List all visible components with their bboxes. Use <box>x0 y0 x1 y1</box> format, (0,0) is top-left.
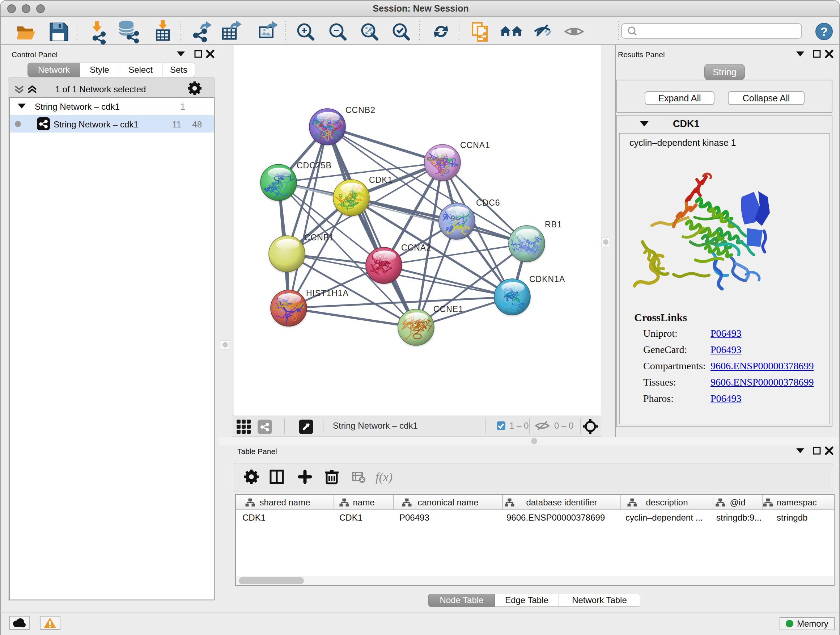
svg-text:namespac: namespac <box>777 497 817 507</box>
svg-text:CCNB1: CCNB1 <box>304 233 334 242</box>
svg-text:CDK1: CDK1 <box>369 175 393 185</box>
svg-text:CCNA1: CCNA1 <box>460 141 490 150</box>
svg-text:description: description <box>646 497 688 507</box>
svg-text:String Network – cdk1: String Network – cdk1 <box>333 421 418 431</box>
svg-text:0 – 0: 0 – 0 <box>554 421 573 431</box>
svg-text:name: name <box>353 497 374 507</box>
svg-text:CCNB2: CCNB2 <box>346 105 376 115</box>
svg-text:shared name: shared name <box>259 497 310 507</box>
svg-text:canonical name: canonical name <box>417 497 478 507</box>
svg-text:@id: @id <box>729 497 745 507</box>
svg-text:f(x): f(x) <box>376 470 393 484</box>
svg-text:1 – 0: 1 – 0 <box>509 421 529 431</box>
svg-text:?: ? <box>821 25 828 38</box>
svg-text:database identifier: database identifier <box>526 497 597 507</box>
svg-text:CCNE1: CCNE1 <box>433 304 463 314</box>
svg-text:CDC25B: CDC25B <box>297 161 332 170</box>
svg-text:CCNA2: CCNA2 <box>401 243 431 252</box>
svg-text:RB1: RB1 <box>545 220 562 229</box>
svg-text:CDKN1A: CDKN1A <box>529 274 565 284</box>
svg-text:CDC6: CDC6 <box>476 198 500 207</box>
svg-text:HIST1H1A: HIST1H1A <box>306 288 349 298</box>
